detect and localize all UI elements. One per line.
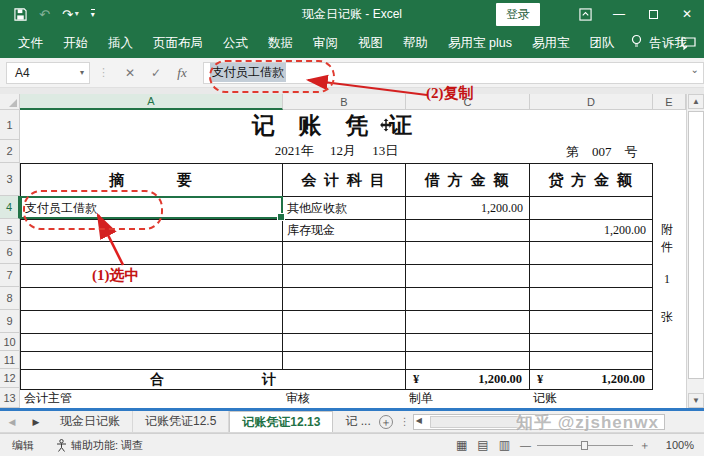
column-header-C[interactable]: C: [406, 94, 530, 110]
tab-file[interactable]: 文件: [0, 28, 53, 58]
row-header-4[interactable]: 4: [0, 196, 20, 219]
minimize-button[interactable]: —: [602, 0, 636, 28]
column-header-A[interactable]: A: [20, 94, 283, 110]
cell-A6-summary[interactable]: [21, 242, 283, 264]
cell-C4-debit[interactable]: 1,200.00: [406, 197, 530, 219]
tab-insert[interactable]: 插入: [98, 28, 143, 58]
row-header-10[interactable]: 10: [0, 333, 20, 351]
cell-B9-account[interactable]: [283, 311, 406, 333]
row-header-2[interactable]: 2: [0, 140, 20, 163]
zoom-in-icon[interactable]: ＋: [639, 438, 650, 453]
tab-page-layout[interactable]: 页面布局: [143, 28, 213, 58]
formula-input[interactable]: 支付员工借款 ⌄: [203, 62, 704, 84]
cell-C9-debit[interactable]: [406, 311, 530, 333]
row-header-7[interactable]: 7: [0, 264, 20, 287]
signer-bookkeeper[interactable]: 记账: [529, 390, 651, 407]
tab-view[interactable]: 视图: [348, 28, 393, 58]
header-credit-cell[interactable]: 贷 方 金 额: [530, 164, 652, 196]
tab-formulas[interactable]: 公式: [213, 28, 258, 58]
horizontal-scrollbar[interactable]: ◀: [413, 414, 665, 430]
voucher-date[interactable]: 2021年 12月 13日: [20, 142, 653, 160]
cell-D11-credit[interactable]: [530, 352, 652, 369]
cell-C8-debit[interactable]: [406, 288, 530, 310]
sheet-tab-voucher-12-13[interactable]: 记账凭证12.13: [229, 411, 333, 432]
normal-view-icon[interactable]: ▦: [456, 438, 467, 452]
cell-D4-credit[interactable]: [530, 197, 652, 219]
cell-A4-summary[interactable]: 支付员工借款: [21, 197, 283, 219]
customize-qat-icon[interactable]: ▾: [91, 9, 95, 19]
tab-home[interactable]: 开始: [53, 28, 98, 58]
horizontal-scrollbar-thumb[interactable]: [430, 416, 522, 428]
undo-icon[interactable]: ↶: [39, 8, 50, 21]
cell-B4-account[interactable]: 其他应收款: [283, 197, 406, 219]
scroll-up-icon[interactable]: ▲: [688, 94, 704, 109]
row-header-1[interactable]: 1: [0, 110, 20, 140]
row-header-5[interactable]: 5: [0, 219, 20, 241]
tab-yiyongbao-plus[interactable]: 易用宝 plus: [438, 28, 522, 58]
signer-reviewer[interactable]: 审核: [282, 390, 405, 407]
cell-B5-account[interactable]: 库存现金: [283, 220, 406, 241]
formula-bar-expand-icon[interactable]: ⌄: [691, 64, 699, 75]
maximize-button[interactable]: [636, 0, 670, 28]
cell-D8-credit[interactable]: [530, 288, 652, 310]
cell-A9-summary[interactable]: [21, 311, 283, 333]
cell-C7-debit[interactable]: [406, 265, 530, 287]
cell-D7-credit[interactable]: [530, 265, 652, 287]
cell-B6-account[interactable]: [283, 242, 406, 264]
name-box-dropdown-icon[interactable]: ▾: [80, 68, 84, 77]
close-button[interactable]: ✕: [670, 0, 704, 28]
cell-A11-summary[interactable]: [21, 352, 283, 369]
cell-A8-summary[interactable]: [21, 288, 283, 310]
cell-C5-debit[interactable]: [406, 220, 530, 241]
signer-manager[interactable]: 会计主管: [20, 390, 282, 407]
ribbon-display-options-icon[interactable]: [568, 0, 602, 28]
zoom-out-icon[interactable]: —: [520, 439, 531, 451]
row-header-6[interactable]: 6: [0, 241, 20, 264]
column-header-D[interactable]: D: [530, 94, 653, 110]
new-sheet-button[interactable]: ＋: [375, 411, 397, 432]
hscroll-left-icon[interactable]: ◀: [416, 416, 422, 425]
save-icon[interactable]: [14, 8, 27, 21]
column-header-B[interactable]: B: [283, 94, 406, 110]
row-header-12[interactable]: 12: [0, 369, 20, 388]
cell-C11-debit[interactable]: [406, 352, 530, 369]
tab-review[interactable]: 审阅: [303, 28, 348, 58]
cell-A5-summary[interactable]: [21, 220, 283, 241]
cell-D5-credit[interactable]: 1,200.00: [530, 220, 652, 241]
page-layout-view-icon[interactable]: ▤: [477, 438, 488, 452]
login-button[interactable]: 登录: [496, 3, 540, 26]
sheet-tab-cash-journal[interactable]: 现金日记账: [48, 411, 133, 432]
zoom-slider[interactable]: [537, 439, 633, 451]
signer-preparer[interactable]: 制单: [405, 390, 529, 407]
cell-D6-credit[interactable]: [530, 242, 652, 264]
zoom-slider-handle[interactable]: [581, 441, 588, 450]
tab-team[interactable]: 团队: [579, 28, 624, 58]
cell-B10-account[interactable]: [283, 334, 406, 351]
sheet-nav-right-icon[interactable]: ▶: [24, 411, 48, 432]
cell-D9-credit[interactable]: [530, 311, 652, 333]
header-debit-cell[interactable]: 借 方 金 额: [406, 164, 530, 196]
total-label-cell[interactable]: 合 计: [21, 370, 406, 389]
scroll-down-icon[interactable]: ▼: [688, 393, 704, 408]
cancel-icon[interactable]: ✕: [117, 66, 143, 80]
row-header-13[interactable]: 13: [0, 388, 20, 408]
cell-A7-summary[interactable]: [21, 265, 283, 287]
total-credit-cell[interactable]: ¥ 1,200.00: [530, 370, 652, 389]
tab-help[interactable]: 帮助: [393, 28, 438, 58]
sheet-nav-left-icon[interactable]: ◀: [0, 411, 24, 432]
row-header-9[interactable]: 9: [0, 310, 20, 333]
cell-B11-account[interactable]: [283, 352, 406, 369]
cell-C10-debit[interactable]: [406, 334, 530, 351]
header-summary-cell[interactable]: 摘 要: [21, 164, 283, 196]
tab-yiyongbao[interactable]: 易用宝: [522, 28, 580, 58]
cell-C6-debit[interactable]: [406, 242, 530, 264]
accessibility-status[interactable]: 辅助功能: 调查: [56, 438, 143, 453]
sheet-tab-voucher-12-5[interactable]: 记账凭证12.5: [133, 411, 229, 432]
enter-icon[interactable]: ✓: [143, 66, 169, 80]
row-header-8[interactable]: 8: [0, 287, 20, 310]
tab-data[interactable]: 数据: [258, 28, 303, 58]
cell-D10-credit[interactable]: [530, 334, 652, 351]
insert-function-icon[interactable]: fx: [169, 65, 195, 81]
comment-icon[interactable]: [681, 28, 696, 58]
vertical-scrollbar[interactable]: ▲ ▼: [686, 94, 704, 408]
